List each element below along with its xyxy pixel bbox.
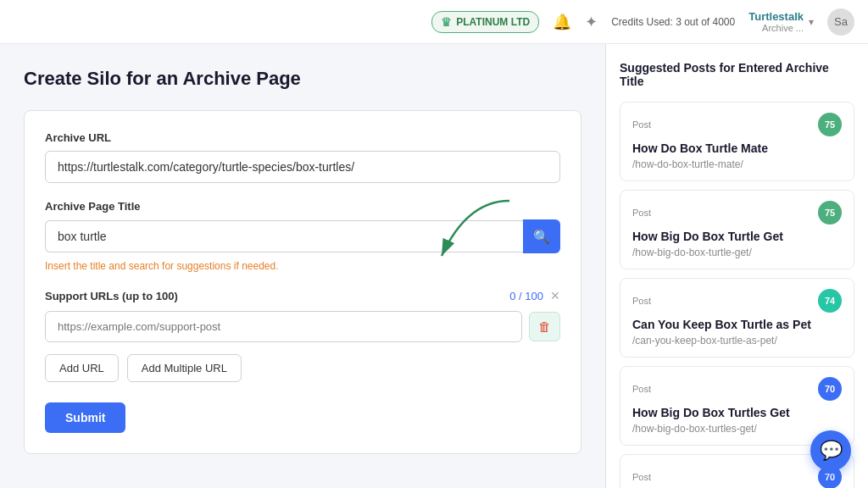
add-multiple-url-button[interactable]: Add Multiple URL [127,354,242,382]
chevron-down-icon: ▾ [809,16,814,28]
search-icon: 🔍 [533,229,550,245]
avatar-initials: Sa [834,15,848,28]
post-label: Post [632,384,651,394]
brightness-icon[interactable]: ✦ [585,13,598,31]
sidebar-title: Suggested Posts for Entered Archive Titl… [620,61,854,88]
account-sub: Archive ... [748,23,804,33]
hint-text: Insert the title and search for suggesti… [45,260,560,272]
post-score: 70 [818,377,842,401]
page-title: Create Silo for an Archive Page [24,68,581,90]
archive-title-input[interactable] [45,220,523,252]
post-url: /can-you-keep-box-turtle-as-pet/ [632,335,842,347]
post-card-top: Post 70 [632,377,842,401]
account-dropdown[interactable]: Turtlestalk Archive ... ▾ [748,10,814,33]
archive-url-group: Archive URL [45,131,560,183]
archive-url-label: Archive URL [45,131,560,144]
post-card[interactable]: Post 74 Can You Keep Box Turtle as Pet /… [620,278,854,358]
main-content: Create Silo for an Archive Page Archive … [0,44,605,488]
archive-url-input[interactable] [45,151,560,183]
add-buttons: Add URL Add Multiple URL [45,354,560,382]
post-card[interactable]: Post 75 How Do Box Turtle Mate /how-do-b… [620,102,854,181]
post-card-top: Post 74 [632,289,842,313]
post-card-top: Post 75 [632,113,842,136]
post-url: /how-big-do-box-turtle-get/ [632,247,842,258]
chat-bubble[interactable]: 💬 [810,430,851,471]
delete-url-button[interactable]: 🗑 [529,312,560,341]
post-card-top: Post 75 [632,201,842,225]
post-url: /how-do-box-turtle-mate/ [632,158,842,170]
plan-label: PLATINUM LTD [456,16,530,28]
submit-button[interactable]: Submit [45,402,125,433]
post-score: 75 [818,201,842,225]
support-urls-count: 0 / 100 ✕ [509,289,560,302]
post-score: 74 [818,289,842,313]
post-title: Can You Keep Box Turtle as Pet [632,318,842,331]
url-input-row: 🗑 [45,311,560,342]
post-card-top: Post 70 [632,465,842,488]
add-url-button[interactable]: Add URL [45,354,119,382]
post-label: Post [632,119,651,130]
account-name: Turtlestalk [748,10,804,23]
post-cards-container: Post 75 How Do Box Turtle Mate /how-do-b… [620,102,854,488]
post-label: Post [632,472,651,482]
archive-title-group: Archive Page Title 🔍 [45,200,560,253]
title-input-row: 🔍 [45,219,560,253]
plan-badge: ♛ PLATINUM LTD [431,11,539,33]
chat-icon: 💬 [820,440,843,462]
post-label: Post [632,208,651,218]
header: ♛ PLATINUM LTD 🔔 ✦ Credits Used: 3 out o… [0,0,868,44]
avatar[interactable]: Sa [827,8,854,36]
main-layout: Create Silo for an Archive Page Archive … [0,44,868,488]
support-urls-label: Support URLs (up to 100) [45,290,178,302]
post-title: How Do Box Turtle Mate [632,141,842,155]
support-url-input[interactable] [45,311,522,342]
archive-title-label: Archive Page Title [45,200,560,213]
post-label: Post [632,296,651,306]
close-icon[interactable]: ✕ [550,289,560,302]
post-score: 75 [818,113,842,136]
suggestions-sidebar: Suggested Posts for Entered Archive Titl… [605,44,868,488]
credits-text: Credits Used: 3 out of 4000 [611,16,735,28]
crown-icon: ♛ [441,15,452,29]
post-card[interactable]: Post 75 How Big Do Box Turtle Get /how-b… [620,190,854,269]
post-title: How Big Do Box Turtles Get [632,406,842,419]
search-button[interactable]: 🔍 [523,219,560,253]
support-urls-header: Support URLs (up to 100) 0 / 100 ✕ [45,289,560,302]
post-url: /how-big-do-box-turtles-get/ [632,423,842,435]
trash-icon: 🗑 [538,319,551,334]
notification-icon[interactable]: 🔔 [553,13,571,31]
post-title: How Big Do Box Turtle Get [632,230,842,243]
create-silo-form: Archive URL Archive Page Title 🔍 [24,110,581,454]
